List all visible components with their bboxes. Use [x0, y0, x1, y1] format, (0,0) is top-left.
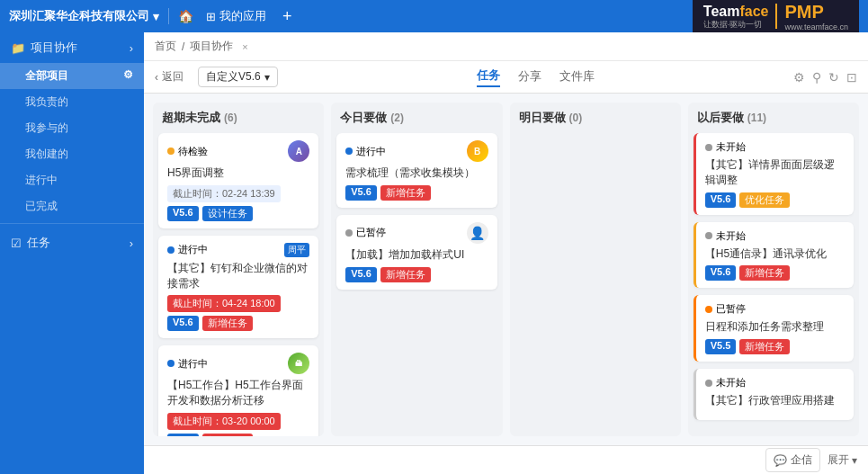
- status-label: 进行中: [178, 243, 208, 256]
- column-tomorrow: 明日要做 (0): [510, 103, 681, 436]
- refresh-icon[interactable]: ↻: [828, 70, 839, 85]
- sidebar-divider: [0, 223, 144, 224]
- label-tag: 新增任务: [202, 434, 253, 436]
- breadcrumb-sep1: /: [182, 40, 184, 53]
- teamface-slogan: 让数据·驱动一切: [703, 20, 769, 30]
- tab-share[interactable]: 分享: [518, 68, 541, 86]
- version-tag: V5.6: [705, 192, 737, 208]
- future-cards: 未开始 【其它】详情界面面层级逻辑调整 V5.6 优化任务 未开始: [688, 133, 859, 436]
- column-future-header: 以后要做 (11): [688, 103, 859, 133]
- task-card[interactable]: 进行中 周平 【其它】钉钉和企业微信的对接需求 截止时间：04-24 18:00…: [158, 236, 318, 339]
- sidebar-my-participate[interactable]: 我参与的: [0, 115, 144, 141]
- column-today-header: 今日要做 (2): [331, 103, 502, 133]
- card-header: 已暂停 👤: [345, 222, 488, 244]
- card-tags: V5.6 新增任务: [345, 185, 488, 201]
- sidebar-my-charge[interactable]: 我负责的: [0, 89, 144, 115]
- future-card[interactable]: 未开始 【其它】行政管理应用搭建: [694, 369, 854, 420]
- sidebar: 📁 项目协作 › 全部项目 ⚙ 我负责的 我参与的 我创建的 进行中 已完成 ☑…: [0, 32, 144, 474]
- content-area: 首页 / 项目协作 × ‹ 返回 自定义V5.6 ▾ 任务 分享 文件库: [144, 32, 868, 474]
- status-dot: [705, 232, 712, 239]
- status-label: 未开始: [716, 140, 746, 154]
- version-selector[interactable]: 自定义V5.6 ▾: [198, 67, 278, 87]
- status-label: 已暂停: [716, 302, 746, 316]
- status-dot: [705, 380, 712, 387]
- top-nav: 深圳汇聚华企科技有限公司 ▾ 🏠 ⊞ 我的应用 + Teamface 让数据·驱…: [0, 0, 868, 32]
- label-tag: 设计任务: [202, 206, 253, 221]
- sidebar-completed[interactable]: 已完成: [0, 193, 144, 219]
- status-dot: [167, 148, 174, 155]
- add-button[interactable]: +: [282, 7, 292, 26]
- overdue-cards: 待检验 A H5界面调整 截止时间：02-24 13:39 V5.6 设计任务: [153, 133, 324, 436]
- chevron-down-icon: ▾: [852, 454, 857, 467]
- today-cards: 进行中 B 需求梳理（需求收集模块） V5.6 新增任务: [331, 133, 502, 436]
- home-icon[interactable]: 🏠: [178, 9, 193, 23]
- sidebar-all-projects[interactable]: 全部项目 ⚙: [0, 63, 144, 89]
- future-card[interactable]: 未开始 【H5通信录】通讯录优化 V5.6 新增任务: [694, 222, 854, 289]
- today-count: (2): [390, 112, 404, 124]
- future-count: (11): [747, 112, 766, 124]
- status-label: 未开始: [716, 229, 746, 243]
- expand-icon[interactable]: ⊡: [846, 70, 857, 85]
- card-status: 进行中: [167, 357, 208, 371]
- all-projects-label: 全部项目: [25, 69, 68, 82]
- enterprise-button[interactable]: 💬 企信: [765, 448, 820, 472]
- version-tag: V5.6: [345, 267, 377, 282]
- card-deadline: 截止时间：02-24 13:39: [167, 185, 281, 202]
- card-title: 【H5工作台】H5工作台界面开发和数据分析迁移: [167, 378, 309, 408]
- column-today: 今日要做 (2) 进行中 B 需求梳理（需求收集模块）: [331, 103, 502, 436]
- card-tags: V5.6 新增任务: [167, 316, 309, 331]
- tab-tasks[interactable]: 任务: [477, 67, 500, 87]
- task-card[interactable]: 待检验 A H5界面调整 截止时间：02-24 13:39 V5.6 设计任务: [158, 133, 318, 228]
- my-charge-label: 我负责的: [25, 95, 68, 108]
- settings-icon[interactable]: ⚙: [123, 68, 133, 81]
- card-status: 已暂停: [345, 226, 386, 239]
- breadcrumb-home[interactable]: 首页: [155, 39, 176, 54]
- breadcrumb-close[interactable]: ×: [242, 41, 247, 52]
- label-tag: 优化任务: [739, 192, 790, 208]
- kanban-board: 超期未完成 (6) 待检验 A H5界面调整: [144, 94, 868, 445]
- sidebar-my-create[interactable]: 我创建的: [0, 141, 144, 167]
- filter-icon[interactable]: ⚲: [812, 70, 821, 85]
- expand-label: 展开: [828, 452, 849, 468]
- version-tag: V5.6: [345, 185, 377, 201]
- card-status: 未开始: [705, 376, 845, 389]
- status-dot: [345, 229, 353, 237]
- card-deadline: 截止时间：04-24 18:00: [167, 295, 281, 312]
- sidebar-in-progress[interactable]: 进行中: [0, 167, 144, 193]
- tab-library[interactable]: 文件库: [559, 68, 595, 86]
- expand-button[interactable]: 展开 ▾: [828, 452, 857, 468]
- card-status: 进行中: [167, 243, 208, 256]
- future-card[interactable]: 已暂停 日程和添加任务需求整理 V5.5 新增任务: [694, 295, 854, 362]
- company-name: 深圳汇聚华企科技有限公司: [9, 8, 149, 24]
- task-card[interactable]: 进行中 🏔 【H5工作台】H5工作台界面开发和数据分析迁移 截止时间：03-20…: [158, 345, 318, 436]
- future-card[interactable]: 未开始 【其它】详情界面面层级逻辑调整 V5.6 优化任务: [694, 133, 854, 215]
- nav-icons: 🏠 ⊞ 我的应用 +: [178, 7, 292, 26]
- status-dot: [167, 360, 174, 367]
- status-dot: [167, 246, 174, 254]
- company-selector[interactable]: 深圳汇聚华企科技有限公司 ▾: [9, 8, 169, 24]
- teamface-url: www.teamface.cn: [784, 22, 848, 31]
- folder-icon: 📁: [11, 41, 25, 55]
- chevron-right-icon: ›: [130, 41, 133, 55]
- version-tag: V5.5: [705, 339, 737, 354]
- card-tags: V5.6 新增任务: [167, 434, 309, 436]
- task-card[interactable]: 进行中 B 需求梳理（需求收集模块） V5.6 新增任务: [336, 133, 497, 208]
- status-label: 进行中: [356, 145, 386, 158]
- tab-left: ‹ 返回 自定义V5.6 ▾: [155, 67, 278, 87]
- logo-divider: [775, 4, 777, 29]
- card-deadline: 截止时间：03-20 00:00: [167, 413, 281, 430]
- company-chevron: ▾: [153, 10, 159, 23]
- back-button[interactable]: ‹ 返回: [155, 69, 183, 85]
- card-tags: V5.6 设计任务: [167, 206, 309, 221]
- sidebar-tasks[interactable]: ☑ 任务 ›: [0, 228, 144, 258]
- breadcrumb-project[interactable]: 项目协作: [190, 39, 233, 54]
- label-tag: 新增任务: [739, 339, 790, 354]
- card-tags: V5.6 新增任务: [345, 267, 488, 282]
- settings-icon2[interactable]: ⚙: [793, 70, 805, 85]
- tomorrow-cards: [510, 133, 681, 436]
- apps-menu[interactable]: ⊞ 我的应用: [206, 8, 266, 24]
- task-card[interactable]: 已暂停 👤 【加载】增加加载样式UI V5.6 新增任务: [336, 215, 497, 290]
- status-dot: [705, 306, 712, 313]
- sidebar-project-coop[interactable]: 📁 项目协作 ›: [0, 32, 144, 63]
- teamface-brand: Teamface: [703, 4, 769, 20]
